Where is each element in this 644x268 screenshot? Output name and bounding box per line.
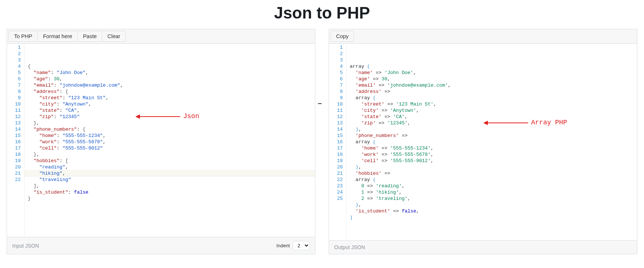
pane-splitter-icon[interactable] (318, 103, 322, 104)
input-editor[interactable]: 12345678910111213141516171819202122 { "n… (7, 44, 315, 237)
format-button[interactable]: Format here (37, 31, 78, 42)
output-footer-label: Output JSON (334, 244, 365, 250)
output-editor[interactable]: 1234567891011121314151617181920212223242… (329, 44, 637, 240)
clear-button[interactable]: Clear (102, 31, 126, 42)
output-gutter: 1234567891011121314151617181920212223242… (329, 44, 347, 240)
input-footer-label: Input JSON (12, 243, 39, 249)
output-footer: Output JSON (329, 240, 637, 254)
indent-label: Indent (276, 243, 290, 248)
minimap-icon (623, 45, 635, 59)
output-pane: Copy 12345678910111213141516171819202122… (329, 29, 637, 254)
input-pane: To PHP Format here Paste Clear 123456789… (7, 29, 315, 254)
input-footer: Input JSON Indent 2 (7, 237, 315, 254)
input-toolbar: To PHP Format here Paste Clear (7, 29, 315, 44)
page-title: Json to PHP (0, 4, 644, 22)
to-php-button[interactable]: To PHP (9, 31, 38, 42)
panes-container: To PHP Format here Paste Clear 123456789… (0, 29, 644, 254)
minimap-icon (301, 45, 313, 59)
indent-select[interactable]: 2 (293, 241, 310, 250)
output-code[interactable]: array ( 'name' => 'John Doe', 'age' => 3… (347, 44, 637, 240)
paste-button[interactable]: Paste (77, 31, 102, 42)
copy-button[interactable]: Copy (331, 31, 354, 42)
input-code[interactable]: { "name": "John Doe", "age": 30, "email"… (25, 44, 315, 237)
input-gutter: 12345678910111213141516171819202122 (7, 44, 25, 237)
output-toolbar: Copy (329, 29, 637, 44)
